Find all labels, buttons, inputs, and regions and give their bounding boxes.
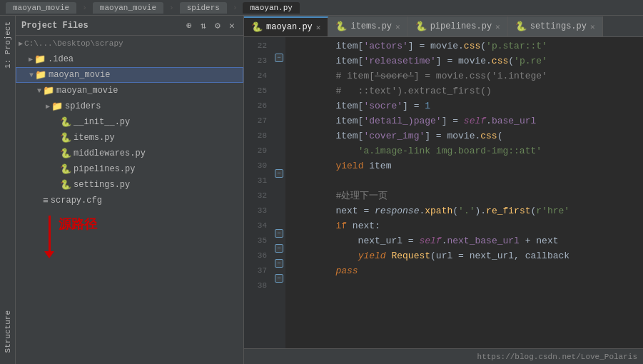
tab-settings[interactable]: 🐍 settings.py ✕ <box>508 16 603 36</box>
red-arrow <box>44 216 54 258</box>
gutter-mark-1[interactable]: − <box>275 54 283 62</box>
title-tab-spiders[interactable]: spiders <box>180 2 227 14</box>
tab-items[interactable]: 🐍 items.py ✕ <box>328 16 407 36</box>
tree-maoyan-movie-sub[interactable]: ▼ 📁 maoyan_movie <box>16 83 243 98</box>
title-bar: maoyan_movie › maoyan_movie › spiders › … <box>0 0 643 16</box>
code-line-31 <box>291 173 643 188</box>
close-icon[interactable]: ✕ <box>226 20 238 31</box>
settings-tab-icon: 🐍 <box>515 21 527 32</box>
gutter-mark-3[interactable]: − <box>275 229 283 238</box>
pipelines-tab-close[interactable]: ✕ <box>495 22 500 31</box>
maoyan-tab-label: maoyan.py <box>266 22 313 32</box>
code-line-30: yield item <box>291 158 643 173</box>
cfg-label: scrapy.cfg <box>51 196 102 206</box>
sidebar-title: Project Files <box>21 21 179 31</box>
gutter-mark-5[interactable]: − <box>275 259 283 268</box>
code-line-24: # item['socre'] = movie.css('i.intege' <box>291 69 643 84</box>
pipelines-tab-label: pipelines.py <box>430 21 492 31</box>
tree-maoyan-movie-root[interactable]: ▼ 📁 maoyan_movie <box>16 67 243 83</box>
maoyan-tab-close[interactable]: ✕ <box>316 23 321 32</box>
ln-37: 37 <box>244 263 267 278</box>
spiders-label: spiders <box>65 101 101 111</box>
gutter-mark-4[interactable]: − <box>275 244 283 253</box>
code-line-23: item['releasetime'] = movie.css('p.re' <box>291 54 643 69</box>
gutter-mark-6[interactable]: − <box>275 274 283 283</box>
annotation-text: 源路径 <box>59 216 243 233</box>
ln-34: 34 <box>244 218 267 233</box>
ln-27: 27 <box>244 113 267 128</box>
settings-icon[interactable]: ⚙ <box>212 20 223 31</box>
pipelines-tab-icon: 🐍 <box>415 21 427 32</box>
pipelines-label: pipelines.py <box>74 164 135 174</box>
code-area[interactable]: 22 23 24 25 26 27 28 29 30 31 32 33 34 3… <box>244 37 643 348</box>
code-lines[interactable]: item['actors'] = movie.css('p.star::t' i… <box>285 37 643 348</box>
tree-middlewares[interactable]: ▶ 🐍 middlewares.py <box>16 146 243 161</box>
code-line-22: item['actors'] = movie.css('p.star::t' <box>291 39 643 54</box>
ln-26: 26 <box>244 98 267 113</box>
ln-38: 38 <box>244 278 267 293</box>
gutter: − − − − − − <box>273 37 285 348</box>
title-tab-maoyan-movie-2[interactable]: maoyan_movie <box>93 2 163 14</box>
sidebar-icons: ⊕ ⇅ ⚙ ✕ <box>183 20 238 31</box>
maoyan-tab-icon: 🐍 <box>251 21 263 33</box>
pipelines-icon: 🐍 <box>60 163 71 175</box>
idea-icon: 📁 <box>34 54 46 65</box>
ln-33: 33 <box>244 203 267 218</box>
idea-label: .idea <box>48 54 74 64</box>
ln-23: 23 <box>244 54 267 69</box>
ln-35: 35 <box>244 233 267 248</box>
gutter-mark-2[interactable]: − <box>275 169 283 178</box>
tree-init[interactable]: ▶ 🐍 __init__.py <box>16 114 243 130</box>
tab-bar: 🐍 maoyan.py ✕ 🐍 items.py ✕ 🐍 pipelines.p… <box>244 16 643 37</box>
settings-label: settings.py <box>74 180 130 190</box>
code-line-35: next_url = self.next_base_url + next <box>291 233 643 248</box>
ln-31: 31 <box>244 173 267 188</box>
arrow-line <box>49 216 51 251</box>
sidebar: Project Files ⊕ ⇅ ⚙ ✕ ▶ C:\...\Desktop\s… <box>16 16 244 364</box>
middlewares-label: middlewares.py <box>74 148 146 158</box>
ln-22: 22 <box>244 39 267 54</box>
settings-tab-close[interactable]: ✕ <box>590 22 595 31</box>
tree-spiders[interactable]: ▶ 📁 spiders <box>16 98 243 114</box>
tab-pipelines[interactable]: 🐍 pipelines.py ✕ <box>408 16 508 36</box>
status-bar: https://blog.csdn.net/Love_Polaris <box>244 348 643 364</box>
cfg-icon: ≡ <box>43 196 49 206</box>
ln-25: 25 <box>244 84 267 98</box>
project-tab-label[interactable]: 1: Project <box>4 16 12 74</box>
code-line-32: #处理下一页 <box>291 188 643 203</box>
sub-icon: 📁 <box>43 85 54 96</box>
root-label: C:\...\Desktop\scrapy <box>24 39 123 48</box>
init-icon: 🐍 <box>60 116 71 128</box>
idea-arrow: ▶ <box>29 55 33 64</box>
tree-root-path[interactable]: ▶ C:\...\Desktop\scrapy <box>16 36 243 51</box>
vertical-tab: 1: Project Structure <box>0 16 16 364</box>
add-icon[interactable]: ⊕ <box>183 20 195 31</box>
arrow-head <box>44 251 54 258</box>
code-line-25: # ::text').extract_first() <box>291 84 643 98</box>
maoyan-root-label: maoyan_movie <box>49 70 110 80</box>
tree-items[interactable]: ▶ 🐍 items.py <box>16 130 243 146</box>
tab-maoyan[interactable]: 🐍 maoyan.py ✕ <box>244 16 328 36</box>
settings-icon: 🐍 <box>60 179 71 191</box>
ln-32: 32 <box>244 188 267 203</box>
structure-tab-label[interactable]: Structure <box>4 305 12 358</box>
tree-settings[interactable]: ▶ 🐍 settings.py <box>16 177 243 193</box>
title-tab-maoyan-movie-1[interactable]: maoyan_movie <box>6 2 76 14</box>
main-layout: 1: Project Structure Project Files ⊕ ⇅ ⚙… <box>0 16 643 364</box>
tree-pipelines[interactable]: ▶ 🐍 pipelines.py <box>16 161 243 177</box>
items-tab-close[interactable]: ✕ <box>395 22 400 31</box>
sidebar-header: Project Files ⊕ ⇅ ⚙ ✕ <box>16 16 243 36</box>
title-tab-maoyanpy[interactable]: maoyan.py <box>243 2 299 14</box>
ln-29: 29 <box>244 143 267 158</box>
tree-scrapy-cfg[interactable]: ▶ ≡ scrapy.cfg <box>16 193 243 208</box>
ln-36: 36 <box>244 248 267 263</box>
code-line-27: item['detail_)page'] = self.base_url <box>291 113 643 128</box>
code-line-33: next = response.xpath('.').re_first(r'hr… <box>291 203 643 218</box>
sync-icon[interactable]: ⇅ <box>198 20 209 31</box>
tree-idea[interactable]: ▶ 📁 .idea <box>16 51 243 67</box>
ln-24: 24 <box>244 69 267 84</box>
annotation-area: 源路径 <box>16 216 243 287</box>
code-line-36: yield Request(url = next_url, callback <box>291 248 643 263</box>
maoyan-root-arrow: ▼ <box>29 71 34 79</box>
editor-area: 🐍 maoyan.py ✕ 🐍 items.py ✕ 🐍 pipelines.p… <box>244 16 643 364</box>
